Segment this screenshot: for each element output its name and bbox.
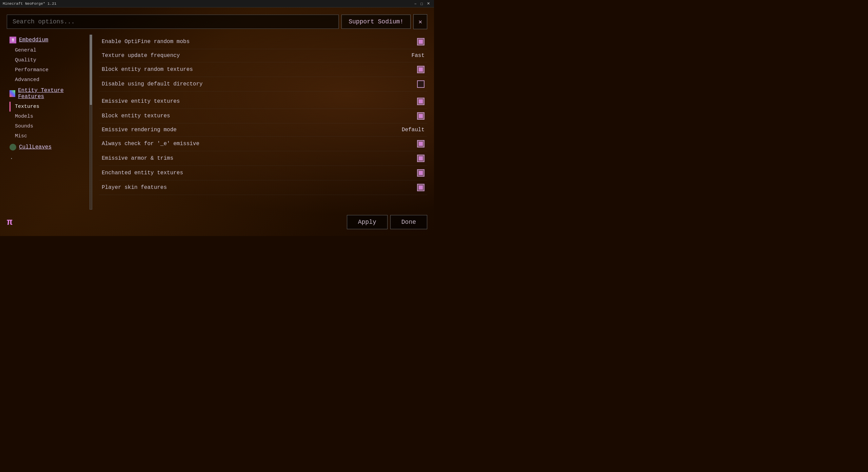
checkbox-enable-optifine-random-mobs[interactable] [417, 38, 425, 45]
bottom-bar: π Apply Done [7, 211, 427, 229]
sidebar: π Embeddium General Quality Performance … [7, 35, 88, 210]
sidebar-header-etf[interactable]: Entity Texture Features [7, 85, 85, 102]
setting-value[interactable]: Fast [412, 53, 425, 59]
scroll-track[interactable] [90, 35, 92, 210]
restore-button[interactable]: □ [419, 1, 424, 6]
sidebar-item-sounds[interactable]: Sounds [7, 121, 85, 131]
sidebar-header-embeddium[interactable]: π Embeddium [7, 35, 85, 45]
sidebar-item-advanced[interactable]: Advanced [7, 75, 85, 85]
settings-list: Enable OptiFine random mobs Texture upda… [99, 35, 427, 195]
window-close-button[interactable]: ✕ [426, 1, 431, 6]
setting-label: Emissive rendering mode [102, 127, 177, 133]
table-row: Texture update frequency Fast [99, 49, 427, 62]
window-title: Minecraft NeoForge* 1.21 [3, 2, 56, 6]
setting-label: Emissive armor & trims [102, 155, 173, 161]
sidebar-section-embeddium: π Embeddium General Quality Performance … [7, 35, 85, 85]
setting-label: Enchanted entity textures [102, 170, 183, 176]
sidebar-item-general[interactable]: General [7, 45, 85, 55]
scroll-divider [88, 35, 94, 210]
scroll-thumb[interactable] [90, 35, 92, 105]
more-sections-indicator: · [7, 153, 85, 164]
setting-value[interactable]: Default [402, 127, 425, 133]
checkbox-block-entity-textures[interactable] [417, 112, 425, 120]
checkbox-disable-default-directory[interactable] [417, 80, 425, 88]
setting-label: Player skin features [102, 184, 167, 191]
checkbox-block-entity-random-textures[interactable] [417, 66, 425, 73]
setting-label: Block entity textures [102, 113, 170, 119]
etf-icon [9, 90, 15, 97]
table-row: Enchanted entity textures [99, 166, 427, 180]
sidebar-item-quality[interactable]: Quality [7, 55, 85, 65]
sidebar-section-cullleaves: CullLeaves [7, 142, 85, 153]
checkbox-enchanted-entity-textures[interactable] [417, 169, 425, 177]
checkbox-player-skin-features[interactable] [417, 184, 425, 191]
search-bar: Support Sodium! ✕ [7, 14, 427, 29]
content-area: π Embeddium General Quality Performance … [7, 35, 427, 210]
search-input[interactable] [7, 15, 339, 29]
table-row: Emissive armor & trims [99, 151, 427, 166]
bottom-buttons: Apply Done [347, 215, 427, 229]
setting-label: Block entity random textures [102, 66, 193, 73]
table-row: Emissive rendering mode Default [99, 123, 427, 137]
table-row: Player skin features [99, 180, 427, 195]
setting-label: Disable using default directory [102, 81, 203, 87]
checkbox-emissive-armor-trims[interactable] [417, 155, 425, 162]
sidebar-section-etf: Entity Texture Features Textures Models … [7, 85, 85, 141]
sidebar-item-performance[interactable]: Performance [7, 65, 85, 75]
close-settings-button[interactable]: ✕ [413, 14, 427, 29]
table-row: Always check for '_e' emissive [99, 137, 427, 151]
support-sodium-button[interactable]: Support Sodium! [341, 15, 411, 29]
sidebar-section-etf-label: Entity Texture Features [18, 87, 83, 100]
sidebar-section-embeddium-label: Embeddium [19, 37, 48, 43]
minimize-button[interactable]: − [413, 1, 418, 6]
sidebar-item-misc[interactable]: Misc [7, 131, 85, 141]
table-row: Disable using default directory [99, 77, 427, 92]
embeddium-logo: π [7, 217, 13, 228]
setting-label: Emissive entity textures [102, 98, 180, 104]
done-button[interactable]: Done [390, 215, 427, 229]
sidebar-item-models[interactable]: Models [7, 112, 85, 121]
table-row: Enable OptiFine random mobs [99, 35, 427, 49]
table-row: Block entity textures [99, 109, 427, 123]
apply-button[interactable]: Apply [347, 215, 388, 229]
main-container: Support Sodium! ✕ π Embeddium General Qu… [0, 7, 434, 236]
settings-panel: Enable OptiFine random mobs Texture upda… [94, 35, 427, 210]
setting-label: Always check for '_e' emissive [102, 141, 199, 147]
window-controls: − □ ✕ [413, 1, 431, 6]
pi-icon: π [9, 37, 16, 43]
sidebar-header-cullleaves[interactable]: CullLeaves [7, 142, 85, 153]
checkbox-always-check-emissive[interactable] [417, 140, 425, 148]
cull-icon [9, 144, 16, 151]
table-row: Block entity random textures [99, 62, 427, 77]
sidebar-section-cullleaves-label: CullLeaves [19, 144, 52, 150]
checkbox-emissive-entity-textures[interactable] [417, 98, 425, 105]
setting-label: Enable OptiFine random mobs [102, 39, 190, 45]
setting-label: Texture update frequency [102, 53, 180, 59]
sidebar-item-textures[interactable]: Textures [7, 102, 85, 112]
table-row: Emissive entity textures [99, 94, 427, 109]
title-bar: Minecraft NeoForge* 1.21 − □ ✕ [0, 0, 434, 7]
